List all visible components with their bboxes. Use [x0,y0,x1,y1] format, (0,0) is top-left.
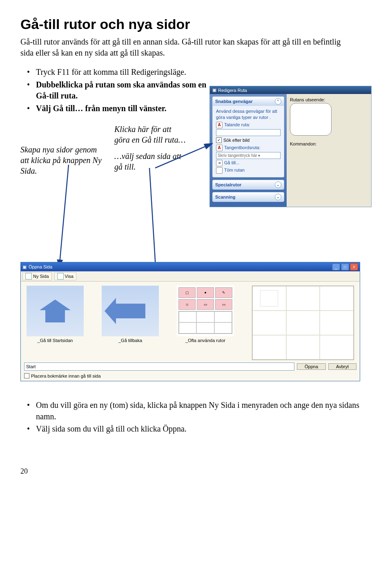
cancel-button[interactable]: Avbryt [328,363,356,370]
talking-icon: A [216,122,223,128]
open-page-window: ▣ Öppna Sida _ □ × Ny Sida Visa _Gå till [20,262,360,381]
new-page-button[interactable]: Ny Sida [22,272,52,280]
panel-titlebar: ▣ Redigera Ruta [210,86,371,94]
talking-cell-label: Talande ruta: [224,122,250,128]
panel-icon: ▣ [212,87,216,93]
window-titlebar: ▣ Öppna Sida _ □ × [21,262,360,271]
page-number: 20 [20,467,372,476]
new-page-icon [25,273,32,280]
footer-bullet-2: Välj sida som du vill gå till och klicka… [36,423,372,434]
keyboard-cell-row[interactable]: A Tangentbordsruta: [216,145,281,151]
view-icon [57,273,64,280]
section-shortcuts-label: Snabba genvägar [215,99,253,104]
footer-bullet-1: Om du vill göra en ny (tom) sida, klicka… [36,399,372,422]
thumb-back-label: _Gå tillbaka [102,338,159,343]
appearance-label: Rutans utseende: [290,97,368,102]
shortcuts-description: Använd dessa genvägar för att göra vanli… [216,108,281,121]
step-2: Dubbelklicka på rutan som ska användas s… [36,79,207,101]
maximize-button[interactable]: □ [341,263,349,271]
talking-cell-row[interactable]: A Talande ruta: [216,122,281,128]
new-page-label: Ny Sida [33,274,49,279]
commands-label: Kommandon: [290,141,368,146]
clear-icon [216,167,223,174]
arrow-to-newpage [57,165,82,271]
keyboard-cell-input[interactable] [216,152,281,159]
open-button[interactable]: Öppna [297,363,326,370]
window-title: Öppna Sida [29,264,52,269]
keyboard-cell-label: Tangentbordsruta: [224,145,261,151]
bookmark-label: Placera bokmärke innan gå till sida [31,374,101,378]
appearance-preview [290,103,332,136]
step-3: Välj Gå till… från menyn till vänster. [36,103,207,114]
go-to-row[interactable]: ➜ Gå till... [216,160,281,166]
arrow-to-goto [155,139,216,176]
keyboard-icon: A [216,145,223,151]
page-title: Gå-till rutor och nya sidor [20,16,372,32]
intro-paragraph: Gå-till rutor används för att gå till en… [20,36,355,58]
window-icon: ▣ [22,264,27,270]
thumb-often[interactable]: ▢●✎ ☺▭▭ _Ofta använda rutor [177,286,234,360]
path-input[interactable] [24,362,294,371]
checkbox-icon: ✓ [216,137,222,143]
chevron-up-icon: ⌃ [275,98,281,105]
svg-line-1 [59,165,69,268]
step-1: Tryck F11 för att komma till Redigerings… [36,67,207,78]
search-image-row[interactable]: ✓ Sök efter bild [216,137,281,143]
window-toolbar: Ny Sida Visa [21,271,360,282]
page-list-grid[interactable] [252,286,354,360]
view-button[interactable]: Visa [54,272,76,280]
clear-cell-row[interactable]: Töm rutan [216,167,281,174]
close-button[interactable]: × [350,263,358,271]
go-to-label: Gå till... [224,160,239,166]
bookmark-checkbox[interactable] [24,373,29,378]
talking-cell-input[interactable] [216,129,281,136]
clear-cell-label: Töm rutan [224,167,245,173]
minimize-button[interactable]: _ [332,263,340,271]
view-label: Visa [65,274,74,279]
thumb-often-label: _Ofta använda rutor [177,338,234,343]
thumb-home[interactable]: _Gå till Startsidan [27,286,84,360]
thumb-back[interactable]: _Gå tillbaka [102,286,159,360]
section-shortcuts-header[interactable]: Snabba genvägar ⌃ [213,97,284,106]
goto-icon: ➜ [216,160,223,166]
svg-line-0 [155,143,212,168]
search-image-label: Sök efter bild [223,137,249,143]
panel-title: Redigera Ruta [218,88,247,93]
thumb-home-label: _Gå till Startsidan [27,338,84,343]
